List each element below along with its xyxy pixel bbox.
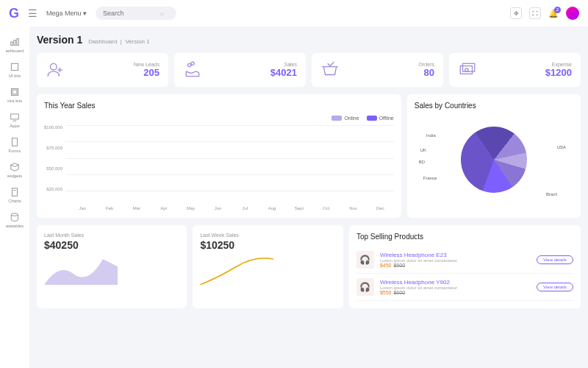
card-title: Sales by Countries (415, 102, 573, 110)
view-details-button[interactable]: View details (537, 283, 573, 291)
search-box[interactable]: ⌕ (96, 7, 176, 20)
search-input[interactable] (103, 10, 154, 17)
sales-chart-card: This Year Sales Online Offline $100,000$… (37, 94, 401, 218)
svg-rect-0 (11, 42, 12, 46)
search-icon: ⌕ (160, 10, 164, 17)
stat-card: New Leads205 (37, 53, 168, 87)
top-bar: G ☰ Mega Menu ▾ ⌕ ✥ ⛶ 🔔2 (0, 0, 588, 26)
sidebar-item-widgets[interactable]: widgets (0, 158, 29, 183)
notification-icon[interactable]: 🔔2 (548, 9, 559, 18)
stat-icon (320, 60, 340, 79)
stat-card: Orders80 (312, 53, 443, 87)
product-image-icon: 🎧 (356, 251, 374, 269)
product-name[interactable]: Wireless Headphone Y902 (380, 279, 458, 286)
view-details-button[interactable]: View details (537, 255, 573, 264)
stats-row: New Leads205Sales$4021Orders80Expense$12… (37, 53, 581, 87)
card-title: This Year Sales (44, 102, 394, 110)
svg-point-15 (188, 63, 191, 66)
pie-chart: India UK BD France Brazil USA (415, 116, 573, 204)
svg-point-16 (191, 62, 194, 65)
svg-rect-1 (14, 40, 15, 46)
sidebar-item-apps[interactable]: Apps (0, 107, 29, 132)
bar-chart: $100,000$75,000$50,000$25,000 (44, 125, 394, 206)
card-title: Top Selling Products (356, 233, 573, 241)
svg-rect-5 (12, 90, 17, 94)
chart-legend: Online Offline (44, 116, 394, 121)
svg-point-19 (465, 68, 468, 71)
svg-rect-9 (12, 188, 18, 197)
mini-chart-icon (200, 255, 273, 285)
stat-icon (458, 60, 477, 79)
move-icon[interactable]: ✥ (510, 7, 522, 19)
sidebar: ashboard UI kits xtra kits Apps Forms wi… (0, 26, 29, 368)
sidebar-item-datatables[interactable]: atatables (0, 208, 29, 233)
mega-menu-button[interactable]: Mega Menu ▾ (46, 10, 87, 17)
sidebar-item-extrakits[interactable]: xtra kits (0, 82, 29, 107)
stat-card: Expense$1200 (449, 53, 581, 87)
stat-icon (46, 60, 65, 79)
svg-point-12 (51, 63, 57, 70)
product-image-icon: 🎧 (356, 278, 374, 296)
page-header: Version 1 Dashboard | Version 1 (37, 34, 581, 46)
stat-icon (183, 60, 202, 79)
countries-chart-card: Sales by Countries India UK BD France Br… (407, 94, 581, 218)
sidebar-item-dashboard[interactable]: ashboard (0, 32, 29, 57)
sidebar-item-uikits[interactable]: UI kits (0, 57, 29, 82)
svg-rect-3 (11, 63, 18, 70)
mini-chart-icon (44, 255, 118, 285)
sidebar-item-charts[interactable]: Charts (0, 183, 29, 208)
logo[interactable]: G (9, 6, 19, 21)
last-month-card: Last Month Sales $40250 (37, 225, 187, 308)
breadcrumb: Dashboard | Version 1 (88, 38, 149, 45)
product-name[interactable]: Wireless Headphone E23 (380, 252, 458, 258)
main-content: Version 1 Dashboard | Version 1 New Lead… (29, 26, 588, 368)
page-title: Version 1 (37, 34, 82, 46)
svg-point-11 (11, 213, 18, 216)
avatar[interactable] (566, 7, 579, 20)
hamburger-icon[interactable]: ☰ (28, 7, 37, 19)
svg-rect-2 (17, 38, 18, 45)
svg-rect-17 (460, 66, 472, 74)
product-row: 🎧Wireless Headphone E23Lorem ipsum dolor… (356, 247, 573, 274)
last-week-card: Last Week Sales $10250 (193, 225, 343, 308)
products-card: Top Selling Products 🎧Wireless Headphone… (349, 225, 581, 308)
sidebar-item-forms[interactable]: Forms (0, 132, 29, 158)
fullscreen-icon[interactable]: ⛶ (529, 7, 541, 19)
svg-rect-8 (12, 138, 18, 146)
stat-card: Sales$4021 (174, 53, 306, 87)
svg-rect-6 (11, 114, 19, 119)
product-row: 🎧Wireless Headphone Y902Lorem ipsum dolo… (356, 274, 573, 301)
